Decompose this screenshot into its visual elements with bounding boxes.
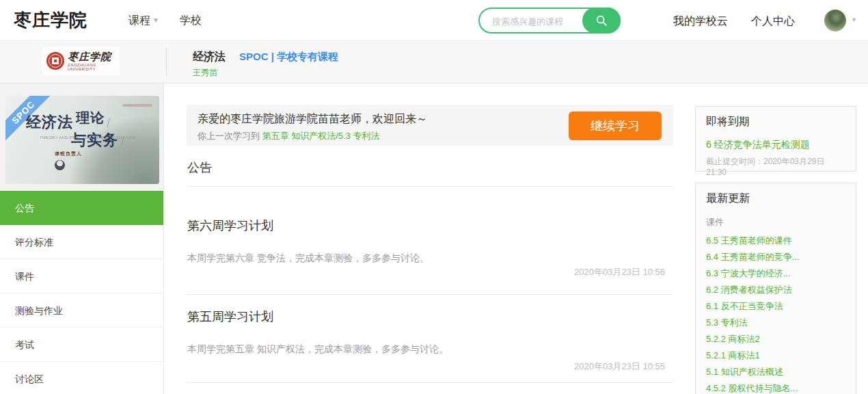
course-cover[interactable]: SPOC 经济法理论/ THEORY AND PRACTICE OF ECONO… bbox=[5, 96, 159, 184]
sidebar-menu: 公告 评分标准 课件 测验与作业 考试 讨论区 bbox=[0, 191, 164, 394]
course-info: 经济法 SPOC | 学校专有课程 王秀苗 bbox=[193, 50, 338, 79]
nav-item-courses-label: 课程 bbox=[128, 14, 150, 26]
cover-title-part2: 理论 bbox=[76, 110, 105, 125]
cover-title-part3: 与实务 bbox=[71, 131, 118, 148]
divider bbox=[166, 48, 167, 76]
main-content: 亲爱的枣庄学院旅游学院苗苗老师，欢迎回来～ 你上一次学习到 第五章 知识产权法/… bbox=[187, 83, 673, 394]
welcome-banner: 亲爱的枣庄学院旅游学院苗苗老师，欢迎回来～ 你上一次学习到 第五章 知识产权法/… bbox=[187, 105, 673, 146]
search-input[interactable] bbox=[491, 12, 582, 31]
divider bbox=[187, 382, 673, 383]
update-link[interactable]: 6.5 王秀苗老师的课件 bbox=[706, 236, 845, 245]
last-learned-prefix: 你上一次学习到 bbox=[198, 131, 262, 141]
update-link[interactable]: 6.4 王秀苗老师的竞争... bbox=[706, 252, 845, 261]
announcement-title: 第六周学习计划 bbox=[187, 218, 273, 234]
search-icon bbox=[595, 14, 608, 27]
update-link[interactable]: 5.2.1 商标法1 bbox=[706, 351, 845, 360]
sidebar-item-quizzes-assignments[interactable]: 测验与作业 bbox=[0, 293, 164, 328]
announcements-section-title: 公告 bbox=[187, 159, 212, 176]
latest-updates-title: 最新更新 bbox=[706, 192, 845, 206]
sidebar-item-discussion[interactable]: 讨论区 bbox=[0, 362, 164, 394]
nav-item-courses[interactable]: 课程▼ bbox=[128, 14, 159, 28]
update-link[interactable]: 4.5.2 股权代持与隐名... bbox=[706, 384, 845, 393]
due-soon-panel: 即将到期 6 经济竞争法单元检测题 截止提交时间：2020年03月29日 21:… bbox=[695, 106, 856, 172]
last-learned-link[interactable]: 第五章 知识产权法/5.3 专利法 bbox=[262, 131, 380, 141]
course-type-badge: SPOC | 学校专有课程 bbox=[239, 51, 338, 64]
cover-fineprint bbox=[122, 104, 152, 107]
update-link[interactable]: 5.2.2 商标法2 bbox=[706, 334, 845, 343]
cover-slash-decoration2: / bbox=[121, 134, 125, 148]
top-nav: 枣庄学院 课程▼ 学校 我的学校云 个人中心 ▼ bbox=[0, 0, 868, 41]
update-link[interactable]: 6.2 消费者权益保护法 bbox=[706, 285, 845, 294]
sidebar-item-grading-standard[interactable]: 评分标准 bbox=[0, 225, 164, 259]
announcement-body: 本周学完第六章 竞争法，完成本章测验，多多参与讨论。 bbox=[187, 252, 429, 265]
school-name-zh: 枣庄学院 bbox=[68, 51, 120, 62]
announcement-body: 本周学完第五章 知识产权法，完成本章测验，多多参与讨论。 bbox=[187, 343, 448, 356]
updates-category-label: 课件 bbox=[706, 216, 845, 228]
continue-learning-button[interactable]: 继续学习 bbox=[569, 111, 662, 140]
search-button[interactable] bbox=[582, 8, 621, 34]
update-link[interactable]: 6.3 宁波大学的经济... bbox=[706, 269, 845, 278]
course-sub-bar: 枣庄学院 ZAOZHUANG UNIVERSITY 经济法 SPOC | 学校专… bbox=[0, 41, 868, 83]
course-title: 经济法 bbox=[193, 50, 226, 64]
leader-avatar bbox=[55, 160, 65, 170]
my-school-cloud-link[interactable]: 我的学校云 bbox=[673, 14, 728, 29]
user-avatar[interactable] bbox=[824, 10, 846, 31]
latest-updates-panel: 最新更新 课件 6.5 王秀苗老师的课件 6.4 王秀苗老师的竞争... 6.3… bbox=[695, 183, 856, 394]
search-box bbox=[478, 8, 621, 34]
cover-slash-decoration: / bbox=[107, 116, 111, 130]
brand-logo[interactable]: 枣庄学院 bbox=[14, 8, 87, 32]
cover-title-part1: 经济法 bbox=[26, 114, 73, 131]
cover-leader-block: 课程负责人 bbox=[55, 150, 82, 170]
course-teacher: 王秀苗 bbox=[193, 67, 338, 79]
sidebar-item-exams[interactable]: 考试 bbox=[0, 328, 164, 362]
right-sidebar: 即将到期 6 经济竞争法单元检测题 截止提交时间：2020年03月29日 21:… bbox=[695, 83, 856, 394]
course-sidebar: SPOC 经济法理论/ THEORY AND PRACTICE OF ECONO… bbox=[0, 83, 164, 394]
due-soon-title: 即将到期 bbox=[706, 115, 845, 129]
school-logo-text: 枣庄学院 ZAOZHUANG UNIVERSITY bbox=[68, 51, 120, 71]
avatar-chevron-down-icon[interactable]: ▼ bbox=[851, 16, 857, 23]
announcement-date: 2020年03月23日 10:56 bbox=[574, 266, 665, 278]
chevron-down-icon: ▼ bbox=[152, 16, 159, 24]
cover-title-line2: 与实务/ bbox=[71, 130, 125, 150]
due-soon-deadline: 截止提交时间：2020年03月29日 21:30 bbox=[706, 156, 845, 177]
announcement-title: 第五周学习计划 bbox=[187, 308, 273, 325]
update-link[interactable]: 6.1 反不正当竞争法 bbox=[706, 302, 845, 311]
school-seal-icon bbox=[46, 52, 64, 70]
school-name-en: ZAOZHUANG UNIVERSITY bbox=[68, 63, 120, 71]
cover-leader-label: 课程负责人 bbox=[55, 150, 82, 157]
divider bbox=[187, 186, 673, 187]
leader-fineprint bbox=[65, 160, 69, 170]
nav-item-school[interactable]: 学校 bbox=[180, 14, 202, 28]
update-link[interactable]: 5.1 知识产权法概述 bbox=[706, 367, 845, 376]
sidebar-item-courseware[interactable]: 课件 bbox=[0, 259, 164, 293]
due-soon-item-link[interactable]: 6 经济竞争法单元检测题 bbox=[706, 139, 845, 151]
personal-center-link[interactable]: 个人中心 bbox=[751, 14, 795, 29]
announcement-date: 2020年03月23日 10:55 bbox=[574, 360, 665, 373]
sidebar-item-announcements[interactable]: 公告 bbox=[0, 191, 164, 225]
update-link[interactable]: 5.3 专利法 bbox=[706, 318, 845, 327]
divider bbox=[187, 294, 673, 295]
school-logo: 枣庄学院 ZAOZHUANG UNIVERSITY bbox=[42, 47, 120, 75]
